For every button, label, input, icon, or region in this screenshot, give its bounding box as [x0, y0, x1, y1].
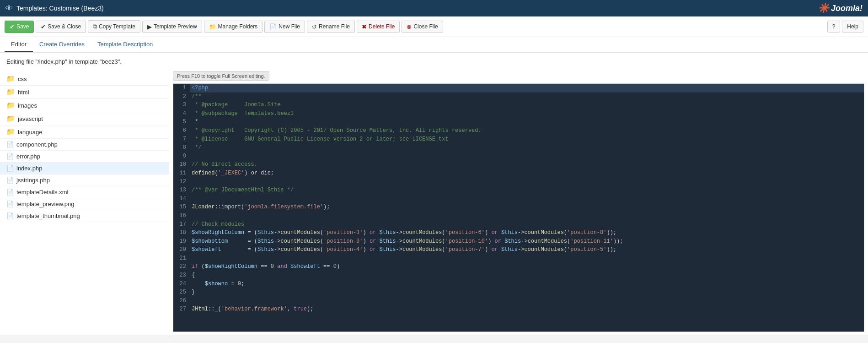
line-code[interactable]: */ — [190, 143, 864, 152]
line-number: 27 — [173, 305, 190, 314]
line-number: 23 — [173, 271, 190, 280]
sidebar-folder-html[interactable]: 📁html — [0, 86, 169, 99]
sidebar-files: 📄component.php📄error.php📄index.php📄jsstr… — [0, 139, 169, 222]
line-code[interactable]: } — [190, 288, 864, 297]
sidebar-folder-css[interactable]: 📁css — [0, 72, 169, 86]
line-code[interactable]: * @license GNU General Public License ve… — [190, 135, 864, 144]
line-number: 7 — [173, 135, 190, 144]
folder-label: images — [18, 102, 37, 109]
table-row: 9 — [173, 152, 864, 161]
tab-template-description[interactable]: Template Description — [91, 37, 159, 52]
line-number: 4 — [173, 109, 190, 118]
main-content: 📁css📁html📁images📁javascript📁language 📄co… — [0, 69, 868, 335]
line-code[interactable]: JLoader::import('joomla.filesystem.file'… — [190, 203, 864, 212]
tabs: Editor Create Overrides Template Descrip… — [0, 37, 868, 53]
folder-icon: 📁 — [6, 88, 15, 96]
line-number: 24 — [173, 280, 190, 289]
help-button[interactable]: Help — [842, 21, 863, 33]
line-code[interactable] — [190, 297, 864, 305]
code-editor[interactable]: 1<?php2/**3 * @package Joomla.Site4 * @s… — [173, 83, 864, 332]
line-number: 20 — [173, 245, 190, 254]
line-number: 16 — [173, 212, 190, 220]
sidebar-file-template_thumbnail-png[interactable]: 📄template_thumbnail.png — [0, 210, 169, 222]
table-row: 17// Check modules — [173, 220, 864, 229]
line-number: 19 — [173, 237, 190, 246]
close-file-button[interactable]: ⊗ Close File — [402, 21, 443, 33]
table-row: 15JLoader::import('joomla.filesystem.fil… — [173, 203, 864, 212]
line-code[interactable]: * @subpackage Templates.beez3 — [190, 109, 864, 118]
save-close-button[interactable]: ✔ Save & Close — [36, 21, 86, 33]
line-number: 11 — [173, 169, 190, 178]
table-row: 12 — [173, 178, 864, 186]
table-row: 25} — [173, 288, 864, 297]
sidebar-file-component-php[interactable]: 📄component.php — [0, 139, 169, 151]
line-code[interactable]: defined('_JEXEC') or die; — [190, 169, 864, 178]
line-code[interactable]: { — [190, 271, 864, 280]
line-code[interactable]: if ($showRightColumn == 0 and $showleft … — [190, 262, 864, 271]
file-icon: 📄 — [6, 189, 14, 196]
line-code[interactable]: /** — [190, 93, 864, 101]
table-row: 5 * — [173, 118, 864, 126]
line-code[interactable]: JHtml::_('behavior.framework', true); — [190, 305, 864, 314]
line-code[interactable] — [190, 152, 864, 161]
sidebar-file-templateDetails-xml[interactable]: 📄templateDetails.xml — [0, 186, 169, 198]
file-label: templateDetails.xml — [16, 189, 68, 196]
line-code[interactable] — [190, 195, 864, 203]
folder-icon: 📁 — [209, 23, 216, 30]
file-icon: 📄 — [6, 141, 14, 148]
code-table: 1<?php2/**3 * @package Joomla.Site4 * @s… — [173, 84, 864, 314]
file-icon: 📄 — [6, 177, 14, 184]
tab-editor[interactable]: Editor — [5, 37, 33, 52]
tab-create-overrides[interactable]: Create Overrides — [33, 37, 91, 52]
line-code[interactable]: $showbottom = ($this->countModules('posi… — [190, 237, 864, 246]
sidebar-folder-images[interactable]: 📁images — [0, 99, 169, 112]
line-code[interactable]: // No direct access. — [190, 160, 864, 169]
manage-folders-button[interactable]: 📁 Manage Folders — [204, 21, 263, 33]
line-code[interactable]: $showno = 0; — [190, 280, 864, 289]
page-heading: Editing file "/index.php" in template "b… — [0, 53, 868, 69]
line-code[interactable]: <?php — [190, 84, 864, 93]
delete-file-button[interactable]: ✖ Delete File — [357, 21, 400, 33]
help-icon-button[interactable]: ? — [827, 21, 841, 33]
joomla-logo: ✳ Joomla! — [818, 1, 863, 16]
sidebar-file-error-php[interactable]: 📄error.php — [0, 151, 169, 163]
sidebar-file-template_preview-png[interactable]: 📄template_preview.png — [0, 198, 169, 210]
folder-label: css — [18, 76, 27, 82]
copy-template-button[interactable]: ⧉ Copy Template — [88, 20, 140, 33]
folder-label: javascript — [18, 115, 43, 122]
line-code[interactable]: $showleft = ($this->countModules('positi… — [190, 245, 864, 254]
topbar-title-text: Templates: Customise (Beez3) — [16, 5, 104, 12]
table-row: 6 * @copyright Copyright (C) 2005 - 2017… — [173, 126, 864, 135]
line-code[interactable]: * @package Joomla.Site — [190, 101, 864, 109]
save-button[interactable]: ✔ Save — [5, 21, 34, 33]
sidebar: 📁css📁html📁images📁javascript📁language 📄co… — [0, 69, 169, 335]
line-code[interactable]: * — [190, 118, 864, 126]
sidebar-folder-javascript[interactable]: 📁javascript — [0, 112, 169, 125]
table-row: 18$showRightColumn = ($this->countModule… — [173, 229, 864, 237]
line-code[interactable] — [190, 212, 864, 220]
sidebar-file-index-php[interactable]: 📄index.php — [0, 163, 169, 174]
line-code[interactable] — [190, 254, 864, 263]
help-group: ? Help — [827, 21, 863, 33]
file-label: template_preview.png — [16, 201, 74, 207]
copy-icon: ⧉ — [93, 23, 97, 30]
line-code[interactable]: /** @var JDocumentHtml $this */ — [190, 186, 864, 195]
joomla-star-icon: ✳ — [818, 1, 828, 16]
line-code[interactable]: * @copyright Copyright (C) 2005 - 2017 O… — [190, 126, 864, 135]
template-preview-button[interactable]: ▶ Template Preview — [142, 21, 202, 33]
sidebar-file-jsstrings-php[interactable]: 📄jsstrings.php — [0, 174, 169, 186]
line-code[interactable]: $showRightColumn = ($this->countModules(… — [190, 229, 864, 237]
new-file-button[interactable]: 📄 New File — [264, 21, 305, 33]
line-number: 8 — [173, 143, 190, 152]
folder-label: html — [18, 89, 29, 96]
table-row: 16 — [173, 212, 864, 220]
rename-file-button[interactable]: ↺ Rename File — [307, 21, 355, 33]
line-number: 13 — [173, 186, 190, 195]
line-code[interactable]: // Check modules — [190, 220, 864, 229]
line-number: 2 — [173, 93, 190, 101]
table-row: 27JHtml::_('behavior.framework', true); — [173, 305, 864, 314]
new-file-icon: 📄 — [269, 23, 277, 30]
sidebar-folder-language[interactable]: 📁language — [0, 125, 169, 139]
table-row: 8 */ — [173, 143, 864, 152]
line-code[interactable] — [190, 178, 864, 186]
